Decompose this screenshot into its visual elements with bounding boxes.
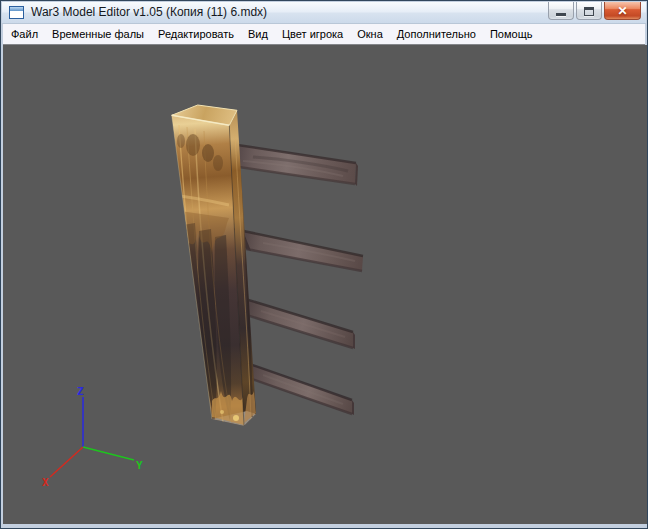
z-axis-label: Z — [77, 385, 84, 398]
menu-view[interactable]: Вид — [241, 25, 275, 43]
menu-edit[interactable]: Редактировать — [151, 25, 241, 43]
menu-windows[interactable]: Окна — [350, 25, 390, 43]
y-axis-label: Y — [136, 459, 143, 472]
minimize-button[interactable] — [548, 2, 574, 20]
menu-player-color[interactable]: Цвет игрока — [275, 25, 350, 43]
close-icon: ✕ — [617, 3, 627, 19]
menu-help[interactable]: Помощь — [483, 25, 540, 43]
window-title: War3 Model Editor v1.05 (Копия (11) 6.md… — [24, 2, 267, 23]
window-controls: ✕ — [548, 2, 641, 20]
menu-temp-files[interactable]: Временные фалы — [45, 25, 151, 43]
maximize-button[interactable] — [576, 2, 602, 20]
viewport-background — [3, 45, 647, 524]
menu-file[interactable]: Файл — [4, 25, 45, 43]
menu-bar: Файл Временные фалы Редактировать Вид Цв… — [3, 24, 645, 45]
titlebar[interactable]: War3 Model Editor v1.05 (Копия (11) 6.md… — [2, 2, 646, 24]
minimize-icon — [556, 13, 566, 16]
viewport-3d[interactable]: Z X Y — [3, 45, 647, 524]
close-button[interactable]: ✕ — [604, 2, 641, 20]
menu-advanced[interactable]: Дополнительно — [390, 25, 483, 43]
app-window: War3 Model Editor v1.05 (Копия (11) 6.md… — [0, 0, 648, 529]
app-icon — [9, 6, 24, 19]
x-axis-label: X — [42, 476, 49, 489]
maximize-icon — [584, 7, 594, 16]
model-render: Z X Y — [3, 45, 647, 524]
